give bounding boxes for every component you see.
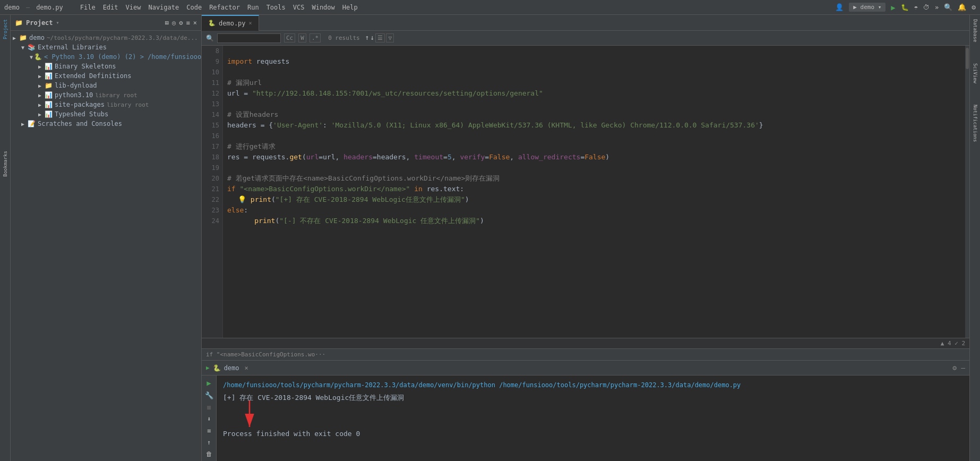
- lib-folder-icon: 📁: [45, 82, 53, 89]
- menu-tools[interactable]: Tools: [267, 4, 286, 11]
- search-everywhere[interactable]: 🔍: [944, 3, 952, 11]
- menu-code[interactable]: Code: [186, 4, 202, 11]
- menu-refactor[interactable]: Refactor: [209, 4, 240, 11]
- code-line-9: import requests: [227, 56, 955, 67]
- tab-close-button[interactable]: ×: [249, 20, 252, 26]
- project-folder-icon: 📁: [15, 19, 23, 27]
- red-arrow-svg: [234, 398, 340, 440]
- run-config-dropdown[interactable]: ▶ demo ▾: [849, 3, 886, 12]
- menu-help[interactable]: Help: [342, 4, 358, 11]
- code-content[interactable]: import requests # 漏洞url url = "http://19…: [223, 46, 959, 338]
- user-icon[interactable]: 👤: [835, 3, 844, 11]
- settings-icon[interactable]: ⚙: [972, 3, 976, 11]
- panel-header: 📁 Project ▾ ⊞ ◎ ⚙ ≡ ×: [11, 15, 201, 31]
- sciview-panel-icon[interactable]: SciView: [973, 61, 978, 86]
- run-settings-icon[interactable]: ⚙: [952, 364, 957, 372]
- tree-python310[interactable]: ▼ 🐍 < Python 3.10 (demo) (2) > /home/fun…: [11, 52, 201, 62]
- scratches-icon: 📝: [28, 120, 36, 127]
- code-line-14: # 设置headers: [227, 109, 955, 120]
- run-panel: ▶ 🐍 demo × ⚙ — ▶ 🔧 ■ ⬇ ≡ ↑ 🗑: [202, 360, 969, 461]
- code-line-13: [227, 99, 955, 109]
- code-line-12: url = "http://192.168.148.155:7001/ws_ut…: [227, 88, 955, 99]
- run-scroll-icon[interactable]: ⬇: [206, 414, 212, 424]
- tree-root-demo[interactable]: ▶ 📁 demo ~/tools/pycharm/pycharm-2022.3.…: [11, 33, 201, 42]
- code-line-19: [227, 163, 955, 173]
- code-line-8: [227, 46, 955, 56]
- editor-scrollbar[interactable]: [965, 46, 969, 338]
- profile-button[interactable]: ⏱: [923, 4, 930, 11]
- next-match-btn[interactable]: ↓: [371, 33, 375, 42]
- panel-settings-icon[interactable]: ⚙: [179, 19, 183, 27]
- code-line-20: # 若get请求页面中存在<name>BasicConfigOptions.wo…: [227, 173, 955, 184]
- menu-edit[interactable]: Edit: [103, 4, 118, 11]
- breadcrumb-path: if "<name>BasicConfigOptions.wo···: [206, 351, 325, 358]
- more-run-options[interactable]: »: [935, 4, 939, 11]
- bottom-path-bar: if "<name>BasicConfigOptions.wo···: [202, 348, 969, 360]
- match-case-btn[interactable]: Cc: [284, 33, 295, 42]
- run-wrench-icon[interactable]: 🔧: [204, 390, 214, 400]
- run-again-icon[interactable]: ▶: [205, 378, 212, 388]
- run-tab-icon: ▶: [206, 364, 210, 371]
- tree-external-libraries[interactable]: ▼ 📚 External Libraries: [11, 42, 201, 52]
- tab-demo-py[interactable]: 🐍 demo.py ×: [202, 15, 259, 31]
- collapse-all-icon[interactable]: ⊞: [165, 19, 169, 27]
- code-editor: 8 9 10 11 12 13 14 15 16 17 18 19 20 21 …: [202, 46, 969, 338]
- filter-btn[interactable]: ▽: [386, 33, 394, 42]
- menu-view[interactable]: View: [126, 4, 141, 11]
- tree-lib-dynload[interactable]: ▶ 📁 lib-dynload: [11, 81, 201, 90]
- debug-button[interactable]: 🐛: [901, 4, 909, 11]
- menu-bar: File Edit View Navigate Code Refactor Ru…: [80, 4, 358, 11]
- tree-python310-lib[interactable]: ▶ 📊 python3.10 library root: [11, 90, 201, 100]
- code-line-23: else:: [227, 205, 955, 216]
- code-line-18: res = requests.get(url=url, headers=head…: [227, 152, 955, 163]
- notifications-icon[interactable]: 🔔: [958, 3, 966, 11]
- code-line-15: headers = {'User-Agent': 'Mozilla/5.0 (X…: [227, 120, 955, 131]
- search-input[interactable]: [217, 33, 281, 43]
- binary-icon: 📊: [45, 63, 53, 70]
- arrow-annotation: [223, 403, 963, 424]
- locate-icon[interactable]: ◎: [172, 19, 176, 27]
- coverage-button[interactable]: ☂: [914, 4, 918, 11]
- code-line-22: 💡 print("[+] 存在 CVE-2018-2894 WebLogic任意…: [227, 194, 955, 205]
- run-content: ▶ 🔧 ■ ⬇ ≡ ↑ 🗑 /home/funsiooo/tools/pycha…: [202, 375, 969, 461]
- menu-run[interactable]: Run: [247, 4, 259, 11]
- title-file: demo.py: [36, 4, 63, 11]
- run-tab-close[interactable]: ×: [245, 364, 248, 372]
- run-header: ▶ 🐍 demo × ⚙ —: [202, 361, 969, 375]
- run-trash-icon[interactable]: 🗑: [205, 449, 213, 459]
- project-tree: ▶ 📁 demo ~/tools/pycharm/pycharm-2022.3.…: [11, 31, 201, 461]
- tree-binary-skeletons[interactable]: ▶ 📊 Binary Skeletons: [11, 62, 201, 71]
- tree-typeshed-stubs[interactable]: ▶ 📊 Typeshed Stubs: [11, 109, 201, 119]
- line-numbers: 8 9 10 11 12 13 14 15 16 17 18 19 20 21 …: [202, 46, 223, 338]
- database-panel-icon[interactable]: Database: [973, 17, 978, 44]
- title-separator: –: [26, 4, 30, 11]
- menu-vcs[interactable]: VCS: [293, 4, 305, 11]
- notifications-panel-icon[interactable]: Notifications: [973, 103, 978, 144]
- find-icon: 🔍: [206, 35, 214, 42]
- extended-icon: 📊: [45, 72, 53, 80]
- menu-navigate[interactable]: Navigate: [148, 4, 179, 11]
- panel-gear-icon[interactable]: ≡: [186, 19, 190, 27]
- tree-scratches-consoles[interactable]: ▶ 📝 Scratches and Consoles: [11, 119, 201, 129]
- run-list-icon[interactable]: ≡: [206, 426, 212, 436]
- menu-window[interactable]: Window: [312, 4, 334, 11]
- run-stop-icon[interactable]: ■: [206, 403, 212, 412]
- tree-extended-definitions[interactable]: ▶ 📊 Extended Definitions: [11, 71, 201, 81]
- run-button[interactable]: ▶: [891, 3, 895, 12]
- bookmarks-icon[interactable]: Bookmarks: [3, 149, 8, 179]
- left-sidebar-strip: Project Bookmarks: [0, 15, 11, 461]
- regex-btn[interactable]: .*: [310, 33, 321, 42]
- find-all-btn[interactable]: ☰: [375, 33, 385, 42]
- libraries-icon: 📚: [28, 44, 36, 51]
- run-command-line: /home/funsiooo/tools/pycharm/pycharm-202…: [223, 380, 963, 390]
- whole-word-btn[interactable]: W: [298, 33, 306, 42]
- search-results: 0 results: [328, 35, 360, 41]
- panel-close-icon[interactable]: ×: [193, 19, 197, 27]
- run-up-icon[interactable]: ↑: [206, 438, 212, 447]
- title-bar: demo – demo.py File Edit View Navigate C…: [0, 0, 980, 15]
- run-minimize-icon[interactable]: —: [961, 364, 965, 372]
- tree-site-packages[interactable]: ▶ 📊 site-packages library root: [11, 100, 201, 109]
- project-panel-icon[interactable]: Project: [3, 17, 8, 41]
- menu-file[interactable]: File: [80, 4, 96, 11]
- prev-match-btn[interactable]: ↑: [365, 33, 369, 42]
